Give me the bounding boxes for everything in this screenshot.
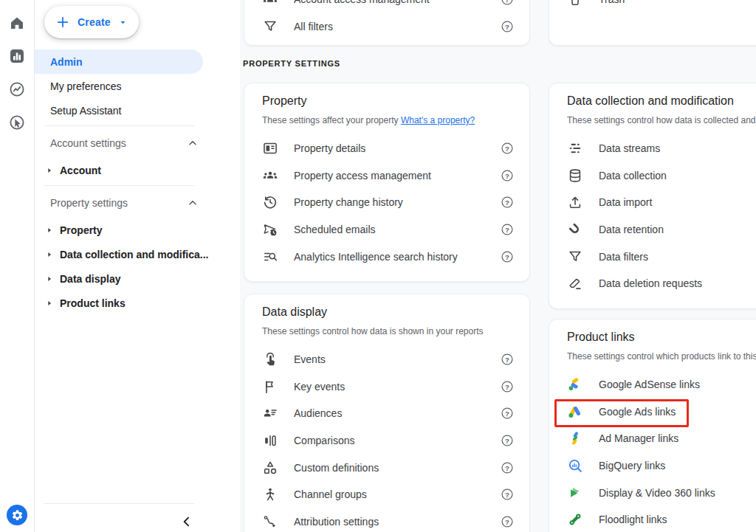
svg-text:?: ? <box>505 382 509 390</box>
sidebar-item-data-display[interactable]: Data display <box>35 266 240 291</box>
home-icon[interactable] <box>8 14 26 32</box>
settings-row-property-change-history[interactable]: Property change history? <box>244 189 529 216</box>
google-ads-icon <box>566 403 584 421</box>
settings-row-all-filters[interactable]: All filters? <box>244 13 529 41</box>
settings-row-label: Data import <box>599 196 652 208</box>
collapse-sidebar-button[interactable] <box>179 514 194 529</box>
audiences-icon <box>261 404 279 422</box>
settings-row-account-access-management[interactable]: Account access management? <box>244 0 529 13</box>
expand-arrow-icon[interactable] <box>46 167 53 174</box>
bigquery-icon <box>566 457 584 474</box>
settings-row-label: Comparisons <box>294 435 354 446</box>
reports-icon[interactable] <box>8 47 26 65</box>
help-icon[interactable]: ? <box>500 249 515 264</box>
help-icon[interactable]: ? <box>500 19 515 34</box>
help-icon[interactable]: ? <box>500 195 515 210</box>
settings-row-attribution-settings[interactable]: Attribution settings? <box>244 508 529 532</box>
app-rail <box>0 0 35 532</box>
settings-row-comparisons[interactable]: Comparisons? <box>244 427 529 455</box>
settings-row-google-ads-links[interactable]: Google Ads links? <box>549 398 756 426</box>
expand-arrow-icon[interactable] <box>46 251 53 258</box>
card-subtitle-text: These settings affect your property <box>262 115 399 125</box>
help-icon[interactable]: ? <box>500 168 515 183</box>
help-icon[interactable]: ? <box>500 141 515 156</box>
whats-a-property-link[interactable]: What's a property? <box>401 115 475 125</box>
section-account-settings[interactable]: Account settings <box>35 128 240 158</box>
settings-row-floodlight-links[interactable]: Floodlight links? <box>549 506 756 532</box>
settings-row-display-video-360-links[interactable]: Display & Video 360 links? <box>549 479 756 506</box>
card-subtitle: These settings affect your property What… <box>262 114 512 126</box>
advertising-icon[interactable] <box>8 114 26 131</box>
account-card-partial: Account access management?All filters? <box>244 0 530 46</box>
sidebar-item-my-preferences[interactable]: My preferences <box>35 74 240 98</box>
create-button[interactable]: Create <box>44 6 139 38</box>
sidebar-item-property[interactable]: Property <box>35 218 240 242</box>
plus-icon <box>55 15 70 30</box>
svg-text:?: ? <box>505 252 509 260</box>
help-icon[interactable]: ? <box>500 487 515 502</box>
section-property-settings[interactable]: Property settings <box>35 188 240 218</box>
settings-row-label: Data filters <box>599 251 648 263</box>
property-details-icon <box>261 139 279 157</box>
explore-icon[interactable] <box>8 80 26 98</box>
help-icon[interactable]: ? <box>500 0 515 7</box>
expand-arrow-icon[interactable] <box>46 227 53 234</box>
settings-row-data-streams[interactable]: Data streams? <box>549 135 756 162</box>
card-subtitle: These settings control how data is colle… <box>567 114 756 126</box>
help-icon[interactable]: ? <box>500 514 515 529</box>
expand-arrow-icon[interactable] <box>46 300 53 307</box>
section-label: Account settings <box>50 137 126 149</box>
divider <box>44 503 194 504</box>
card-title: Data display <box>262 304 512 320</box>
help-icon[interactable]: ? <box>500 222 515 237</box>
help-icon[interactable]: ? <box>500 379 515 394</box>
property-card-rows: Property details?Property access managem… <box>244 135 529 270</box>
funnel-icon <box>566 248 584 266</box>
sidebar-item-data-collection[interactable]: Data collection and modifica... <box>35 242 240 266</box>
card-subtitle: These settings control how data is shown… <box>262 325 512 337</box>
settings-row-scheduled-emails[interactable]: Scheduled emails? <box>244 216 529 243</box>
data-display-card: Data display These settings control how … <box>244 294 530 532</box>
sidebar-item-setup-assistant[interactable]: Setup Assistant <box>35 98 240 122</box>
settings-row-custom-definitions[interactable]: Custom definitions? <box>244 454 529 481</box>
svg-text:?: ? <box>505 517 509 525</box>
settings-row-google-adsense-links[interactable]: Google AdSense links? <box>549 371 756 398</box>
settings-row-data-import[interactable]: Data import? <box>549 189 756 216</box>
settings-row-label: Property access management <box>294 170 431 182</box>
settings-row-property-details[interactable]: Property details? <box>244 135 529 162</box>
settings-row-ad-manager-links[interactable]: Ad Manager links? <box>549 425 756 452</box>
settings-row-data-deletion-requests[interactable]: Data deletion requests? <box>549 270 756 297</box>
settings-row-data-retention[interactable]: Data retention? <box>549 216 756 243</box>
people-group-icon <box>261 167 279 184</box>
account-card-rows: Account access management?All filters? <box>244 0 529 40</box>
settings-row-analytics-intelligence-search-history[interactable]: Analytics Intelligence search history? <box>244 243 529 270</box>
settings-row-bigquery-links[interactable]: BigQuery links? <box>549 452 756 480</box>
settings-row-channel-groups[interactable]: Channel groups? <box>244 481 529 508</box>
eraser-icon <box>566 274 584 292</box>
settings-row-label: BigQuery links <box>599 460 665 471</box>
card-title: Property <box>262 93 512 109</box>
data-streams-icon <box>566 139 584 157</box>
help-icon[interactable]: ? <box>500 406 515 421</box>
settings-row-property-access-management[interactable]: Property access management? <box>244 162 529 190</box>
sidebar-item-admin[interactable]: Admin <box>35 49 203 74</box>
sidebar-item-account[interactable]: Account <box>35 158 240 182</box>
help-icon[interactable]: ? <box>500 460 515 475</box>
settings-row-label: Channel groups <box>294 488 367 500</box>
settings-row-label: Property change history <box>294 196 403 208</box>
sidebar-item-label: Data collection and modifica... <box>60 249 208 260</box>
settings-row-audiences[interactable]: Audiences? <box>244 400 529 427</box>
help-icon[interactable]: ? <box>500 352 515 367</box>
dv360-icon <box>566 484 584 502</box>
expand-arrow-icon[interactable] <box>46 275 53 283</box>
sidebar-item-product-links[interactable]: Product links <box>35 291 240 315</box>
admin-gear-icon[interactable] <box>7 505 27 525</box>
settings-row-key-events[interactable]: Key events? <box>244 373 529 401</box>
help-icon[interactable]: ? <box>500 433 515 448</box>
settings-row-data-collection[interactable]: Data collection? <box>549 162 756 190</box>
svg-text:?: ? <box>505 491 509 499</box>
settings-row-trash[interactable]: Trash? <box>549 0 756 13</box>
settings-row-data-filters[interactable]: Data filters? <box>549 243 756 270</box>
settings-row-events[interactable]: Events? <box>244 346 529 373</box>
settings-row-label: All filters <box>294 21 333 32</box>
